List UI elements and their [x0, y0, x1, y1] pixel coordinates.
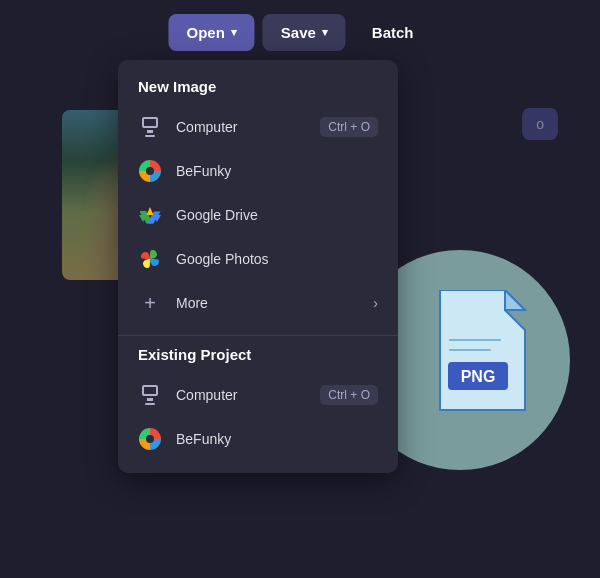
open-label: Open [186, 24, 224, 41]
gphotos-new-icon [138, 247, 162, 271]
gdrive-new-label: Google Drive [176, 207, 258, 223]
open-button[interactable]: Open ▾ [168, 14, 254, 51]
menu-item-befunky-new[interactable]: BeFunky [118, 149, 398, 193]
more-new-icon: + [138, 291, 162, 315]
computer-existing-shortcut: Ctrl + O [320, 385, 378, 405]
befunky-existing-label: BeFunky [176, 431, 231, 447]
png-file-illustration: PNG [430, 290, 535, 419]
gdrive-new-icon [138, 203, 162, 227]
menu-item-gdrive-new[interactable]: Google Drive [118, 193, 398, 237]
computer-existing-icon [138, 383, 162, 407]
menu-item-befunky-existing[interactable]: BeFunky [118, 417, 398, 461]
menu-item-gphotos-new[interactable]: Google Photos [118, 237, 398, 281]
menu-item-more-new[interactable]: + More › [118, 281, 398, 325]
gphotos-new-label: Google Photos [176, 251, 269, 267]
background-button-partial: o [522, 108, 558, 140]
batch-button[interactable]: Batch [354, 14, 432, 51]
menu-item-computer-new[interactable]: Computer Ctrl + O [118, 105, 398, 149]
save-button[interactable]: Save ▾ [263, 14, 346, 51]
befunky-existing-icon [138, 427, 162, 451]
menu-divider [118, 335, 398, 336]
computer-existing-label: Computer [176, 387, 237, 403]
svg-text:PNG: PNG [461, 368, 496, 385]
more-arrow-icon: › [373, 295, 378, 311]
new-image-section-title: New Image [118, 78, 398, 105]
open-chevron-icon: ▾ [231, 26, 237, 39]
computer-new-shortcut: Ctrl + O [320, 117, 378, 137]
more-new-label: More [176, 295, 208, 311]
save-chevron-icon: ▾ [322, 26, 328, 39]
toolbar: Open ▾ Save ▾ Batch [168, 14, 431, 51]
befunky-new-label: BeFunky [176, 163, 231, 179]
computer-new-icon [138, 115, 162, 139]
existing-project-section-title: Existing Project [118, 346, 398, 373]
computer-new-label: Computer [176, 119, 237, 135]
menu-item-computer-existing[interactable]: Computer Ctrl + O [118, 373, 398, 417]
open-dropdown-menu: New Image Computer Ctrl + O BeFunky [118, 60, 398, 473]
batch-label: Batch [372, 24, 414, 41]
befunky-new-icon [138, 159, 162, 183]
save-label: Save [281, 24, 316, 41]
